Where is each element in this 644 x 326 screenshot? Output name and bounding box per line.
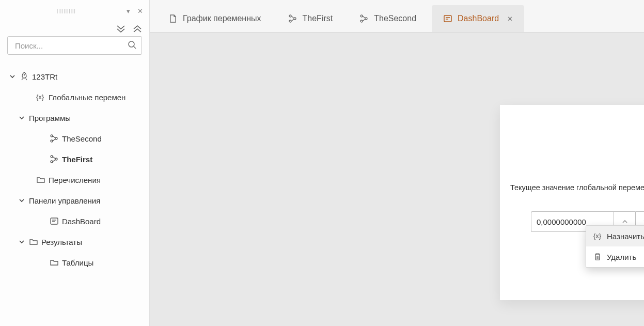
svg-point-13 [289, 15, 291, 17]
svg-point-5 [51, 140, 53, 142]
tree-program-item[interactable]: TheFirst [0, 149, 149, 169]
trash-icon [593, 253, 607, 261]
collapse-all-icon[interactable] [116, 25, 125, 33]
project-tree: 123TRt {x} Глобальные перемен Программы … [0, 62, 149, 273]
tree-label: TheFirst [62, 155, 92, 164]
svg-rect-19 [444, 15, 451, 22]
flowchart-icon [50, 154, 62, 164]
svg-point-9 [55, 158, 57, 160]
tree-tables[interactable]: Таблицы [0, 252, 149, 273]
chevron-down-icon[interactable] [19, 197, 29, 204]
tab-label: TheFirst [303, 14, 333, 23]
flowchart-icon [50, 134, 62, 143]
dashboard-icon [443, 14, 452, 23]
tree-label: Панели управления [29, 196, 100, 205]
svg-point-18 [365, 18, 367, 20]
svg-point-7 [51, 156, 53, 158]
svg-text:{x}: {x} [36, 93, 44, 101]
tab-label: TheSecond [374, 14, 416, 23]
svg-point-2 [24, 74, 25, 76]
tab-dashboard[interactable]: DashBoard ✕ [432, 5, 524, 32]
svg-point-8 [51, 161, 53, 163]
svg-rect-10 [51, 218, 58, 224]
svg-point-4 [51, 135, 53, 137]
tab-chart-vars[interactable]: График переменных [157, 5, 273, 32]
rocket-icon [20, 72, 32, 81]
tree-dashboard-item[interactable]: DashBoard [0, 211, 149, 231]
tree-panels[interactable]: Панели управления [0, 190, 149, 211]
svg-point-15 [294, 18, 296, 20]
tree-programs[interactable]: Программы [0, 107, 149, 128]
folder-icon [29, 237, 41, 246]
tab-label: График переменных [183, 14, 261, 23]
sidebar: ||||||||||| ▾ ✕ [0, 0, 150, 326]
tree-label: Таблицы [62, 258, 93, 267]
flowchart-icon [359, 14, 369, 23]
svg-point-16 [360, 15, 363, 17]
tab-bar: График переменных TheFirst TheSecond Das… [150, 0, 644, 33]
search-box [7, 36, 142, 55]
sidebar-header: ||||||||||| ▾ ✕ [0, 0, 149, 36]
tree-label: Программы [29, 114, 71, 122]
tree-results[interactable]: Результаты [0, 231, 149, 252]
tree-enums[interactable]: Перечисления [0, 169, 149, 190]
tree-label: 123TRt [32, 72, 57, 81]
file-icon [168, 14, 178, 23]
tab-thesecond[interactable]: TheSecond [348, 5, 428, 32]
value-panel[interactable]: Текущее значение глобальной переменной: [500, 105, 644, 300]
dropdown-icon[interactable]: ▾ [127, 7, 130, 15]
chevron-down-icon[interactable] [19, 239, 29, 245]
ctx-assign[interactable]: {x} Назначить На [586, 226, 644, 246]
ctx-delete[interactable]: Удалить Delete [586, 246, 644, 267]
tree-project-root[interactable]: 123TRt [0, 66, 149, 87]
main-area: График переменных TheFirst TheSecond Das… [150, 0, 644, 326]
context-menu: {x} Назначить На Удалить Delete [586, 225, 644, 268]
svg-line-1 [134, 46, 136, 49]
tree-label: DashBoard [62, 217, 101, 226]
svg-point-14 [289, 20, 291, 22]
tree-program-item[interactable]: TheSecond [0, 128, 149, 149]
panel-label: Текущее значение глобальной переменной: [510, 183, 644, 192]
tree-label: Результаты [41, 238, 82, 246]
search-input[interactable] [7, 36, 142, 55]
svg-point-6 [55, 137, 57, 139]
svg-text:{x}: {x} [593, 232, 602, 240]
expand-all-icon[interactable] [133, 25, 142, 33]
variables-icon: {x} [593, 231, 607, 241]
svg-point-17 [360, 20, 363, 22]
tree-label: Глобальные перемен [49, 93, 125, 102]
svg-point-0 [129, 41, 134, 47]
ctx-label: Удалить [607, 253, 644, 261]
tree-globals[interactable]: {x} Глобальные перемен [0, 87, 149, 107]
drag-grip-icon[interactable]: ||||||||||| [57, 8, 76, 13]
tree-label: Перечисления [49, 176, 101, 184]
close-icon[interactable]: ✕ [137, 7, 143, 15]
search-icon[interactable] [128, 40, 137, 50]
tree-label: TheSecond [62, 134, 102, 143]
variables-icon: {x} [36, 92, 49, 102]
chevron-down-icon[interactable] [9, 73, 20, 80]
folder-icon [50, 258, 62, 267]
folder-icon [36, 175, 49, 184]
flowchart-icon [288, 14, 297, 23]
tab-label: DashBoard [458, 14, 499, 23]
ctx-label: Назначить На [607, 232, 644, 241]
chevron-down-icon[interactable] [19, 115, 29, 121]
tab-thefirst[interactable]: TheFirst [277, 5, 344, 32]
tab-close-icon[interactable]: ✕ [507, 15, 513, 23]
canvas[interactable]: Текущее значение глобальной переменной: … [150, 33, 644, 326]
dashboard-icon [50, 216, 62, 226]
